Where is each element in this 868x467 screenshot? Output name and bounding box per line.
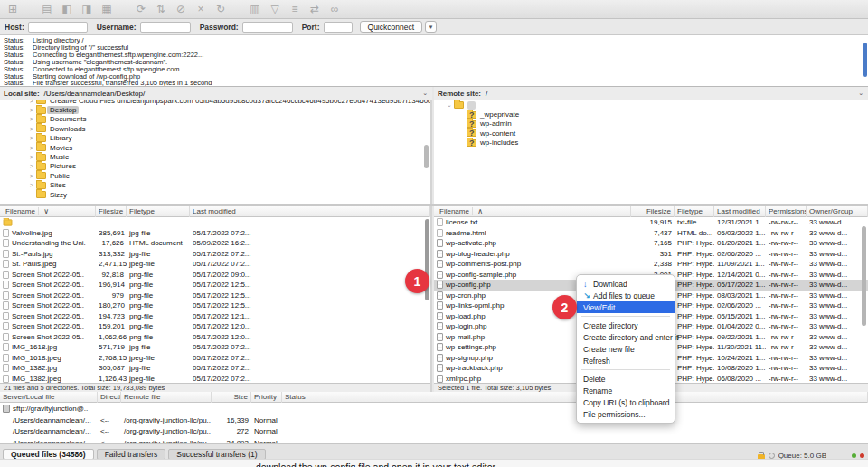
queue-row[interactable]: /Users/deannamclean/...<--/org-gravity-j… — [0, 415, 868, 426]
site-manager-icon[interactable]: ⊞ — [5, 1, 20, 17]
local-header-filename[interactable]: Filename ∨ — [0, 206, 96, 217]
queue-header-remote[interactable]: Remote file — [121, 392, 212, 403]
disclosure-icon[interactable]: > — [27, 154, 36, 160]
tree-item-wp-includes[interactable]: wp-includes — [434, 138, 868, 148]
remote-header-filetype[interactable]: Filetype — [675, 206, 714, 217]
port-input[interactable] — [324, 22, 353, 33]
local-header-filesize[interactable]: Filesize — [96, 206, 127, 217]
menu-item-create-directory-and-enter-it[interactable]: Create directory and enter it — [577, 331, 675, 343]
file-row[interactable]: Screen Shot 2022-05..1,062,663png-file05… — [0, 332, 430, 343]
local-site-bar[interactable]: Local site: /Users/deannamclean/Desktop/… — [0, 87, 432, 100]
queue-header-status[interactable]: Status — [282, 392, 868, 403]
log-scrollbar[interactable] — [863, 43, 867, 77]
file-row[interactable]: IMG_1382.jpg305,087jpg-file05/17/2022 07… — [0, 363, 430, 374]
file-row[interactable]: wp-blog-header.php351PHP: Hype..02/06/20… — [434, 249, 868, 260]
remote-header-permissions[interactable]: Permissions — [766, 206, 807, 217]
reconnect-icon[interactable]: ↻ — [213, 1, 228, 17]
remote-header-filename[interactable]: Filename ∧ — [434, 206, 631, 217]
disclosure-icon[interactable]: > — [27, 173, 36, 179]
tree-item-library[interactable]: >Library — [0, 134, 430, 143]
file-row[interactable]: Understanding the Uni.17,626HTML documen… — [0, 238, 430, 249]
file-row[interactable]: Valvoline.jpg385,691jpg-file05/17/2022 0… — [0, 228, 430, 239]
tree-item-documents[interactable]: >Documents — [0, 115, 430, 124]
file-row[interactable]: wp-comments-post.php2,338PHP: Hype..11/0… — [434, 259, 868, 270]
file-row[interactable]: St.-Pauls.jpg313,332jpg-file05/17/2022 0… — [0, 249, 430, 260]
file-row[interactable]: Screen Shot 2022-05..92,818png-file05/17… — [0, 270, 430, 281]
file-row[interactable]: IMG_1618.jpeg2,768,159jpeg-file05/17/202… — [0, 353, 430, 364]
disconnect-icon[interactable]: × — [193, 1, 208, 17]
remote-tree-root[interactable]: ⌄ — [434, 100, 868, 110]
disclosure-icon[interactable]: > — [27, 182, 36, 188]
refresh-icon[interactable]: ⟳ — [134, 1, 148, 17]
cancel-icon[interactable]: ⊘ — [174, 1, 188, 17]
queue-row[interactable]: /Users/deannamclean/...<--/org-gravity-j… — [0, 425, 868, 437]
disclosure-icon[interactable]: > — [27, 126, 36, 132]
tree-item-wp-content[interactable]: wp-content — [434, 129, 868, 138]
remote-tree-toggle-icon[interactable]: ◨ — [80, 1, 94, 17]
menu-item-add-files-to-queue[interactable]: ↘Add files to queue — [577, 290, 675, 301]
disclosure-icon[interactable]: > — [27, 145, 36, 151]
disclosure-icon[interactable]: > — [27, 135, 36, 141]
menu-item-rename[interactable]: Rename — [577, 385, 675, 396]
tree-item-sites[interactable]: >Sites — [0, 181, 430, 190]
file-row[interactable]: readme.html7,437HTML do...05/03/2022 1..… — [434, 228, 868, 239]
disclosure-icon[interactable]: > — [27, 116, 36, 122]
disclosure-icon[interactable]: > — [27, 107, 36, 113]
username-input[interactable] — [140, 22, 191, 33]
quickconnect-button[interactable]: Quickconnect — [360, 21, 423, 33]
disclosure-icon[interactable]: ⌄ — [445, 101, 454, 109]
disclosure-icon[interactable]: > — [27, 100, 36, 104]
file-row[interactable]: St. Pauls.jpeg2,471,152jpeg-file05/17/20… — [0, 259, 430, 270]
file-row[interactable]: license.txt19,915txt-file12/31/2021 1...… — [434, 217, 868, 228]
menu-item-create-directory[interactable]: Create directory — [577, 319, 675, 331]
file-row[interactable]: wp-activate.php7,165PHP: Hype..01/20/202… — [434, 238, 868, 249]
menu-item-delete[interactable]: Delete — [577, 373, 675, 385]
file-row[interactable]: Screen Shot 2022-05..194,723png-file05/1… — [0, 311, 430, 322]
tree-item-public[interactable]: >Public — [0, 171, 430, 180]
file-row[interactable]: Screen Shot 2022-05..159,201png-file05/1… — [0, 321, 430, 332]
remote-header-modified[interactable]: Last modified — [714, 206, 766, 217]
queue-header-priority[interactable]: Priority — [251, 392, 282, 403]
file-row[interactable]: Screen Shot 2022-05..196,914png-file05/1… — [0, 280, 430, 291]
disclosure-icon[interactable]: > — [27, 163, 36, 169]
remote-list-scrollbar[interactable] — [862, 226, 866, 326]
file-row[interactable]: Screen Shot 2022-05..180,270png-file05/1… — [0, 300, 430, 311]
message-log-toggle-icon[interactable]: ▤ — [40, 1, 54, 17]
menu-item-refresh[interactable]: Refresh — [577, 355, 675, 367]
filter-icon[interactable]: ▽ — [268, 1, 282, 17]
local-site-chevron-icon[interactable]: ⌄ — [422, 90, 428, 97]
remote-site-chevron-icon[interactable]: ⌄ — [858, 90, 863, 97]
file-row[interactable]: .. — [0, 217, 430, 228]
find-icon[interactable]: ∞ — [327, 1, 342, 17]
quickconnect-dropdown-icon[interactable]: ▾ — [425, 21, 437, 33]
sync-browse-icon[interactable]: ⇄ — [307, 1, 322, 17]
local-header-filetype[interactable]: Filetype — [127, 206, 190, 217]
local-tree-scrollbar[interactable] — [424, 145, 429, 168]
remote-header-filesize[interactable]: Filesize — [631, 206, 675, 217]
queue-header-size[interactable]: Size — [212, 392, 251, 403]
queue-server-row[interactable]: sftp://gravityjunction@.. — [0, 403, 868, 415]
local-tree-toggle-icon[interactable]: ◧ — [60, 1, 74, 17]
directory-listing-icon[interactable]: ▥ — [248, 1, 262, 17]
tree-item-desktop[interactable]: >Desktop — [0, 105, 430, 114]
remote-site-bar[interactable]: Remote site: / ⌄ — [434, 87, 868, 100]
menu-item-view-edit[interactable]: View/Edit — [577, 301, 675, 313]
tree-item-creative-cloud[interactable]: >Creative Cloud Files dmcleanjumpspark.c… — [0, 100, 430, 105]
password-input[interactable] — [242, 22, 293, 33]
process-queue-icon[interactable]: ⇅ — [154, 1, 168, 17]
tree-item-wp-admin[interactable]: wp-admin — [434, 119, 868, 129]
menu-item-copy-url-s-to-clipboard[interactable]: Copy URL(s) to clipboard — [577, 396, 675, 408]
compare-icon[interactable]: ≡ — [288, 1, 302, 17]
tree-item-downloads[interactable]: >Downloads — [0, 124, 430, 133]
menu-item-download[interactable]: ↓Download — [577, 278, 675, 290]
tree-item-_wpeprivate[interactable]: _wpeprivate — [434, 110, 868, 119]
queue-row[interactable]: /Users/deannamclean/...<--/org-gravity-j… — [0, 437, 868, 443]
host-input[interactable] — [28, 22, 88, 33]
tree-item-music[interactable]: >Music — [0, 152, 430, 161]
file-row[interactable]: Screen Shot 2022-05..979png-file05/17/20… — [0, 291, 430, 301]
local-header-modified[interactable]: Last modified — [190, 206, 430, 217]
menu-item-file-permissions-[interactable]: File permissions... — [577, 408, 675, 420]
tree-item-movies[interactable]: >Movies — [0, 143, 430, 152]
queue-header-direction[interactable]: Direction — [98, 392, 121, 403]
queue-toggle-icon[interactable]: ▦ — [99, 1, 114, 17]
